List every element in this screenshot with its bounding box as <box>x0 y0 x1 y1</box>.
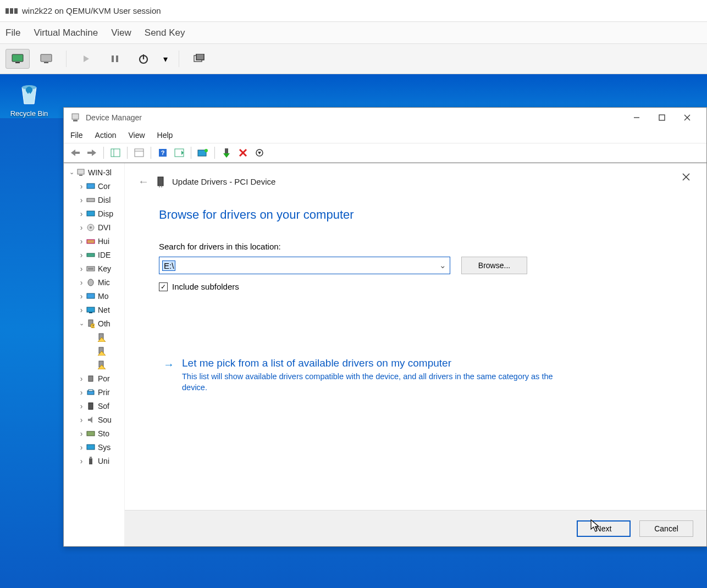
tree-item[interactable]: Disp <box>66 207 126 220</box>
scan-hardware-icon[interactable] <box>172 146 186 160</box>
tree-item[interactable]: Mo <box>66 289 126 303</box>
run-button[interactable] <box>74 49 98 69</box>
device-manager-icon <box>70 113 80 123</box>
next-button[interactable]: Next <box>577 520 631 537</box>
tree-item[interactable]: Prir <box>66 385 126 399</box>
svg-rect-55 <box>87 307 95 312</box>
update-driver-icon[interactable] <box>196 146 210 160</box>
svg-rect-66 <box>89 376 93 381</box>
browse-button[interactable]: Browse... <box>461 257 527 274</box>
unknown-device-icon: ? <box>86 319 96 328</box>
tree-item-unknown[interactable] <box>66 358 126 371</box>
hid-icon <box>86 237 96 246</box>
disk-icon <box>86 196 96 204</box>
cancel-button[interactable]: Cancel <box>639 520 693 537</box>
tree-item[interactable]: IDE <box>66 248 126 262</box>
tree-item[interactable]: Key <box>66 262 126 275</box>
tree-item[interactable]: Net <box>66 303 126 317</box>
svg-rect-45 <box>87 211 95 216</box>
uninstall-device-icon[interactable] <box>236 146 250 160</box>
tree-item-unknown[interactable] <box>66 330 126 344</box>
driver-path-combobox[interactable]: E:\ ⌄ <box>159 257 450 274</box>
tree-item[interactable]: Sto <box>66 426 126 440</box>
shutdown-menu-button[interactable]: ▾ <box>160 49 171 69</box>
properties-icon[interactable] <box>132 146 146 160</box>
chevron-down-icon[interactable]: ⌄ <box>439 260 446 270</box>
fullscreen-button[interactable] <box>187 49 211 69</box>
svg-marker-70 <box>88 417 92 423</box>
svg-marker-32 <box>181 151 184 155</box>
details-button[interactable] <box>34 49 58 69</box>
tree-item[interactable]: Cor <box>66 179 126 193</box>
tree-item-other-devices[interactable]: ?Oth <box>66 317 126 330</box>
console-button[interactable] <box>5 49 30 69</box>
tree-item[interactable]: Disl <box>66 193 126 207</box>
tree-item[interactable]: Sou <box>66 413 126 426</box>
devmgr-menu-view[interactable]: View <box>128 131 145 140</box>
devmgr-menu-help[interactable]: Help <box>157 131 173 140</box>
host-menu-virtual-machine[interactable]: Virtual Machine <box>34 27 98 38</box>
svg-rect-0 <box>5 8 9 14</box>
tree-item[interactable]: Por <box>66 371 126 385</box>
tree-item[interactable]: Mic <box>66 275 126 289</box>
devmgr-menu-action[interactable]: Action <box>95 131 117 140</box>
svg-marker-40 <box>258 152 261 154</box>
device-tree[interactable]: WIN-3l Cor Disl Disp DVI Hui IDE Key Mic… <box>66 165 126 468</box>
close-button[interactable] <box>675 109 700 126</box>
tree-item-unknown[interactable] <box>66 344 126 358</box>
svg-rect-24 <box>87 152 92 154</box>
forward-icon[interactable] <box>85 146 99 160</box>
scan-for-changes-icon[interactable] <box>252 146 267 160</box>
tree-item[interactable]: DVI <box>66 220 126 234</box>
tree-item[interactable]: Uni <box>66 454 126 468</box>
svg-rect-2 <box>14 8 18 14</box>
include-subfolders-checkbox[interactable]: ✓ Include subfolders <box>159 282 687 291</box>
wizard-close-button[interactable] <box>678 169 694 185</box>
minimize-button[interactable] <box>624 109 649 126</box>
monitor-icon <box>86 292 96 301</box>
svg-rect-48 <box>87 240 95 243</box>
tree-root[interactable]: WIN-3l <box>66 165 126 179</box>
recycle-bin[interactable]: Recycle Bin <box>4 80 54 118</box>
tree-item[interactable]: Hui <box>66 234 126 248</box>
host-menubar: File Virtual Machine View Send Key <box>0 22 707 44</box>
recycle-bin-label: Recycle Bin <box>4 109 54 118</box>
tree-item[interactable]: Sys <box>66 440 126 454</box>
host-menu-view[interactable]: View <box>111 27 131 38</box>
help-icon[interactable]: ? <box>156 146 170 160</box>
show-hide-tree-icon[interactable] <box>108 146 123 160</box>
enable-device-icon[interactable] <box>219 146 234 160</box>
include-subfolders-label: Include subfolders <box>172 282 239 291</box>
pick-from-list-option[interactable]: → Let me pick from a list of available d… <box>163 357 559 393</box>
devmgr-menubar: File Action View Help <box>64 127 706 143</box>
devmgr-titlebar[interactable]: Device Manager <box>64 108 706 127</box>
host-titlebar: win2k22 on QEMU/KVM User session <box>0 0 707 22</box>
dvd-icon <box>86 223 96 232</box>
svg-text:?: ? <box>161 149 165 156</box>
recycle-bin-icon <box>15 80 43 107</box>
warning-device-icon <box>97 333 107 342</box>
software-icon <box>86 402 96 411</box>
maximize-button[interactable] <box>649 109 675 126</box>
svg-rect-25 <box>111 149 120 157</box>
storage-icon <box>86 429 96 438</box>
back-icon[interactable] <box>68 146 82 160</box>
guest-desktop: Recycle Bin Device Manager File Action V… <box>0 74 707 588</box>
tree-item[interactable]: Sof <box>66 399 126 413</box>
svg-rect-13 <box>196 54 204 60</box>
shutdown-button[interactable] <box>131 49 156 69</box>
driver-path-value: E:\ <box>163 261 175 270</box>
svg-marker-7 <box>84 56 89 62</box>
monitor-icon <box>86 182 96 191</box>
devmgr-toolbar: ? <box>64 143 706 163</box>
svg-rect-41 <box>78 169 84 174</box>
host-menu-send-key[interactable]: Send Key <box>145 27 185 38</box>
svg-rect-72 <box>87 445 95 450</box>
host-menu-file[interactable]: File <box>5 27 20 38</box>
pause-button[interactable] <box>103 49 127 69</box>
svg-rect-5 <box>41 54 52 62</box>
ide-icon <box>86 251 96 259</box>
devmgr-menu-file[interactable]: File <box>70 131 83 140</box>
wizard-back-button[interactable]: ← <box>138 175 149 188</box>
svg-rect-18 <box>659 115 665 120</box>
